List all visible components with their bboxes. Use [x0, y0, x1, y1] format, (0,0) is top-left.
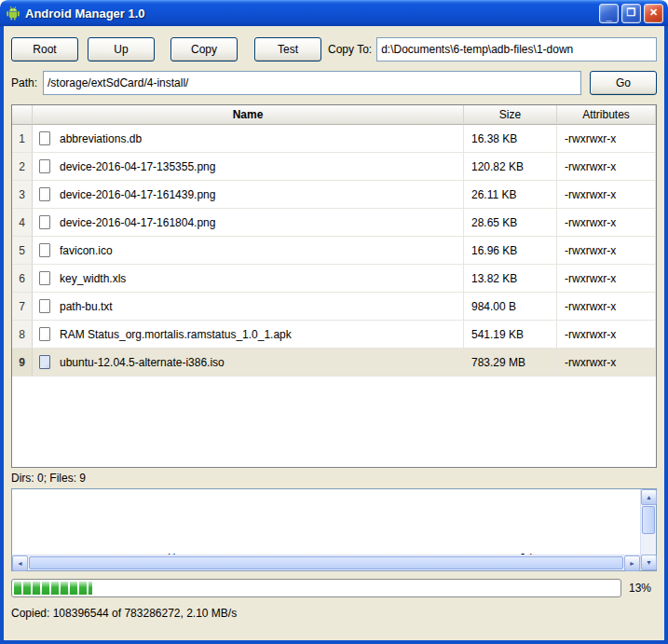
- path-label: Path:: [11, 76, 43, 89]
- copy-button[interactable]: Copy: [170, 37, 238, 62]
- file-name-cell: ubuntu-12.04.5-alternate-i386.iso: [33, 349, 464, 377]
- root-button[interactable]: Root: [11, 37, 78, 62]
- path-input[interactable]: [43, 71, 581, 95]
- scroll-left-button[interactable]: ◄: [12, 555, 28, 571]
- progress-bar: [11, 579, 621, 597]
- window-title: Android Manager 1.0: [25, 7, 596, 21]
- row-number: 1: [12, 125, 33, 153]
- android-icon: [6, 6, 20, 21]
- table-row[interactable]: 9 ubuntu-12.04.5-alternate-i386.iso 783.…: [12, 349, 656, 377]
- file-attributes: -rwxrwxr-x: [557, 209, 656, 237]
- scroll-right-button[interactable]: ►: [624, 555, 640, 571]
- file-icon: [39, 355, 50, 369]
- toolbar: Root Up Copy Test Copy To:: [11, 37, 657, 62]
- file-size: 26.11 KB: [464, 181, 557, 209]
- size-column-header[interactable]: Size: [464, 105, 557, 125]
- file-name-cell: device-2016-04-17-161439.png: [33, 181, 464, 209]
- progress-row: 13%: [11, 579, 657, 597]
- row-number: 5: [12, 237, 33, 265]
- file-size: 16.38 KB: [464, 125, 557, 153]
- maximize-button[interactable]: ❐: [621, 4, 641, 23]
- file-name: device-2016-04-17-161439.png: [60, 188, 215, 201]
- table-row[interactable]: 4 device-2016-04-17-161804.png 28.65 KB …: [12, 209, 656, 237]
- minimize-icon: _: [606, 11, 611, 21]
- row-number: 3: [12, 181, 33, 209]
- row-number: 8: [12, 321, 33, 349]
- file-icon: [39, 327, 50, 341]
- vertical-scroll-thumb[interactable]: [642, 506, 655, 534]
- file-attributes: -rwxrwxr-x: [557, 181, 656, 209]
- file-name: path-bu.txt: [60, 300, 113, 313]
- table-header-row: Name Size Attributes: [12, 105, 656, 125]
- file-size: 984.00 B: [464, 293, 557, 321]
- row-number-header: [12, 105, 33, 125]
- progress-percent: 13%: [629, 582, 657, 595]
- progress-bar-fill: [14, 582, 92, 595]
- file-name-cell: path-bu.txt: [33, 293, 464, 321]
- row-number: 7: [12, 293, 33, 321]
- title-bar[interactable]: Android Manager 1.0 _ ❐ ✕: [0, 0, 668, 26]
- table-row[interactable]: 7 path-bu.txt 984.00 B -rwxrwxr-x: [12, 293, 656, 321]
- vertical-scrollbar[interactable]: ▲ ▼: [640, 489, 656, 570]
- file-name: key_width.xls: [60, 272, 126, 285]
- file-attributes: -rwxrwxr-x: [557, 237, 656, 265]
- file-size: 16.96 KB: [464, 237, 557, 265]
- horizontal-scrollbar[interactable]: ◄ ►: [12, 555, 640, 570]
- file-attributes: -rwxrwxr-x: [557, 125, 656, 153]
- file-size: 541.19 KB: [464, 321, 557, 349]
- horizontal-scroll-thumb[interactable]: [29, 556, 623, 569]
- copy-to-input[interactable]: [376, 37, 657, 62]
- go-button[interactable]: Go: [590, 71, 657, 95]
- file-name-cell: favicon.ico: [33, 237, 464, 265]
- up-button[interactable]: Up: [88, 37, 155, 62]
- file-icon: [39, 243, 50, 257]
- file-list: 1 abbreviations.db 16.38 KB -rwxrwxr-x 2: [12, 125, 656, 377]
- file-icon: [39, 187, 50, 201]
- file-name-cell: device-2016-04-17-161804.png: [33, 209, 464, 237]
- maximize-icon: ❐: [627, 7, 636, 18]
- window-body: Root Up Copy Test Copy To: Path: Go Name…: [0, 26, 668, 644]
- file-icon: [39, 299, 50, 313]
- copied-status: Copied: 108396544 of 783286272, 2.10 MB/…: [11, 607, 657, 620]
- file-icon: [39, 271, 50, 285]
- minimize-button[interactable]: _: [599, 4, 619, 23]
- file-icon: [39, 215, 50, 229]
- file-attributes: -rwxrwxr-x: [557, 293, 656, 321]
- name-column-header[interactable]: Name: [33, 105, 464, 125]
- table-row[interactable]: 1 abbreviations.db 16.38 KB -rwxrwxr-x: [12, 125, 656, 153]
- table-row[interactable]: 8 RAM Status_org.mortalis.ramstatus_1.0_…: [12, 321, 656, 349]
- dirs-files-status: Dirs: 0; Files: 9: [11, 472, 657, 485]
- table-row[interactable]: 3 device-2016-04-17-161439.png 26.11 KB …: [12, 181, 656, 209]
- file-name: RAM Status_org.mortalis.ramstatus_1.0_1.…: [60, 328, 292, 341]
- scroll-down-button[interactable]: ▼: [641, 555, 657, 570]
- file-name-cell: device-2016-04-17-135355.png: [33, 153, 464, 181]
- file-name-cell: RAM Status_org.mortalis.ramstatus_1.0_1.…: [33, 321, 464, 349]
- file-size: 28.65 KB: [464, 209, 557, 237]
- file-icon: [39, 131, 50, 145]
- row-number: 4: [12, 209, 33, 237]
- close-icon: ✕: [649, 7, 658, 18]
- table-row[interactable]: 5 favicon.ico 16.96 KB -rwxrwxr-x: [12, 237, 656, 265]
- scroll-up-button[interactable]: ▲: [641, 489, 657, 505]
- file-icon: [39, 159, 50, 173]
- file-attributes: -rwxrwxr-x: [557, 153, 656, 181]
- file-attributes: -rwxrwxr-x: [557, 265, 656, 293]
- file-name-cell: abbreviations.db: [33, 125, 464, 153]
- log-output: -rwxrwxr-x system media_rw 541190 2016-0…: [12, 489, 640, 555]
- file-name: ubuntu-12.04.5-alternate-i386.iso: [60, 356, 225, 369]
- path-row: Path: Go: [11, 71, 657, 95]
- row-number: 6: [12, 265, 33, 293]
- row-number: 9: [12, 349, 33, 377]
- row-number: 2: [12, 153, 33, 181]
- file-name: device-2016-04-17-135355.png: [60, 160, 215, 173]
- table-row[interactable]: 6 key_width.xls 13.82 KB -rwxrwxr-x: [12, 265, 656, 293]
- table-row[interactable]: 2 device-2016-04-17-135355.png 120.82 KB…: [12, 153, 656, 181]
- file-name: device-2016-04-17-161804.png: [60, 216, 215, 229]
- file-size: 13.82 KB: [464, 265, 557, 293]
- attributes-column-header[interactable]: Attributes: [557, 105, 656, 125]
- file-name: abbreviations.db: [60, 132, 142, 145]
- vertical-scroll-track[interactable]: [641, 535, 656, 555]
- window: Android Manager 1.0 _ ❐ ✕ Root Up Copy T…: [0, 0, 668, 644]
- close-button[interactable]: ✕: [644, 4, 663, 23]
- test-button[interactable]: Test: [254, 37, 321, 62]
